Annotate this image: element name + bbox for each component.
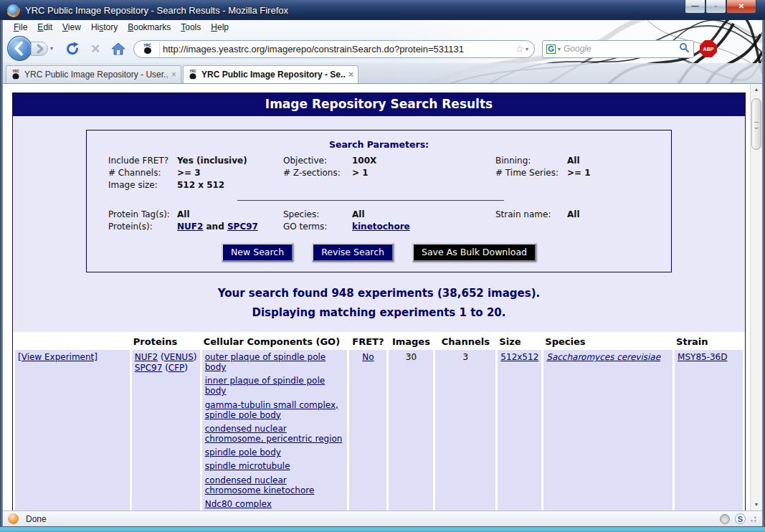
param-label: Image size:: [108, 180, 177, 190]
history-dropdown-icon[interactable]: ▾: [50, 45, 53, 52]
param-value-link[interactable]: NUF2: [177, 222, 203, 232]
reload-icon[interactable]: [63, 39, 82, 58]
stop-icon[interactable]: ✕: [86, 39, 105, 58]
param-label: GO terms:: [283, 222, 352, 232]
fox-status-icon: [8, 513, 19, 524]
go-term-link[interactable]: spindle pole body: [205, 447, 281, 457]
param-value-link[interactable]: kinetochore: [352, 222, 410, 232]
strain-link[interactable]: MSY85-36D: [678, 352, 727, 362]
window-title: YRC Public Image Repository - Search Res…: [25, 5, 288, 16]
column-header-view: [15, 336, 130, 348]
table-row: [View Experiment]NUF2 (VENUS)SPC97 (CFP)…: [15, 350, 743, 510]
close-button[interactable]: ✕: [726, 0, 756, 14]
content-viewport: Image Repository Search Results Search P…: [3, 83, 762, 510]
menu-help[interactable]: Help: [206, 21, 234, 34]
window-frame-left: [0, 20, 3, 526]
menu-history[interactable]: History: [86, 21, 123, 34]
view-experiment-cell: [View Experiment]: [15, 350, 130, 510]
yrc-favicon: YRC: [143, 44, 153, 54]
results-count-text: Your search found 948 experiments (38,65…: [13, 287, 745, 300]
go-term-entry: condensed nuclear chromosome, pericentri…: [205, 424, 345, 444]
status-text: Done: [26, 514, 47, 524]
proteins-cell: NUF2 (VENUS)SPC97 (CFP): [132, 350, 200, 510]
protein-link[interactable]: NUF2: [135, 352, 158, 362]
components-cell: outer plaque of spindle pole bodyinner p…: [202, 350, 348, 510]
column-header-Images: Images: [389, 336, 433, 348]
protein-link[interactable]: SPC97: [135, 363, 163, 373]
menu-tools[interactable]: Tools: [176, 21, 206, 34]
google-engine-icon[interactable]: G: [546, 44, 556, 54]
protein-tag-link[interactable]: VENUS: [164, 352, 194, 362]
vertical-scrollbar[interactable]: ▲ ▼: [750, 84, 762, 510]
param-value: Yes (inclusive): [177, 156, 283, 166]
bookmark-star-icon[interactable]: ☆: [515, 43, 524, 54]
scroll-up-arrow[interactable]: ▲: [751, 84, 762, 95]
go-term-entry: spindle pole body: [205, 447, 345, 457]
tab-2[interactable]: YRCYRC Public Image Repository - Se...×: [183, 65, 358, 83]
go-term-link[interactable]: inner plaque of spindle pole body: [205, 376, 325, 396]
url-input[interactable]: [160, 44, 515, 54]
param-value: NUF2 and SPC97: [177, 222, 283, 232]
results-range-text: Displaying matching experiments 1 to 20.: [13, 306, 745, 319]
save-as-bulk-download-button[interactable]: Save As Bulk Download: [412, 243, 536, 262]
scroll-down-arrow[interactable]: ▼: [751, 499, 762, 510]
parameters-divider: [237, 200, 504, 201]
go-term-link[interactable]: gamma-tubulin small complex, spindle pol…: [205, 400, 338, 420]
menu-view[interactable]: View: [57, 21, 86, 34]
site-identity-button[interactable]: YRC: [136, 42, 160, 57]
fret-link[interactable]: No: [362, 352, 374, 362]
param-label: [495, 180, 567, 190]
search-input[interactable]: [564, 44, 679, 54]
go-term-link[interactable]: outer plaque of spindle pole body: [205, 352, 326, 372]
tab-close-icon[interactable]: ×: [348, 70, 353, 80]
view-experiment-link[interactable]: [View Experiment]: [18, 352, 98, 362]
param-value: [352, 180, 495, 190]
param-label: Include FRET?: [108, 156, 177, 166]
s-addon-icon[interactable]: S: [735, 513, 746, 524]
menu-bookmarks[interactable]: Bookmarks: [123, 21, 176, 34]
go-term-entry: condensed nuclear chromosome kinetochore: [205, 475, 345, 495]
greasemonkey-icon[interactable]: [720, 514, 730, 524]
go-term-link[interactable]: condensed nuclear chromosome kinetochore: [205, 475, 315, 495]
new-search-button[interactable]: New Search: [222, 243, 293, 262]
param-value: >= 3: [177, 168, 283, 178]
column-header-FRET?: FRET?: [349, 336, 386, 348]
minimize-button[interactable]: —: [685, 0, 705, 14]
param-value: All: [352, 209, 495, 219]
protein-tag-link[interactable]: CFP: [168, 363, 185, 373]
species-cell: Saccharomyces cerevisiae: [543, 350, 673, 510]
search-parameters-box: Search Parameters: Include FRET?Yes (inc…: [86, 130, 672, 272]
scrollbar-thumb[interactable]: [751, 98, 761, 150]
search-parameters-title: Search Parameters:: [97, 139, 661, 150]
forward-button[interactable]: [31, 42, 48, 56]
param-label: Protein Tag(s):: [108, 209, 177, 219]
revise-search-button[interactable]: Revise Search: [312, 243, 394, 262]
search-parameters-bottom: Protein Tag(s):AllSpecies:AllStrain name…: [97, 209, 661, 232]
back-button[interactable]: [7, 36, 32, 61]
menu-edit[interactable]: Edit: [32, 21, 57, 34]
species-link[interactable]: Saccharomyces cerevisiae: [546, 352, 660, 362]
url-dropdown-icon[interactable]: ▾: [526, 46, 528, 52]
param-value: [567, 222, 661, 232]
search-engine-dropdown-icon[interactable]: ▾: [558, 46, 561, 52]
go-term-link[interactable]: spindle microtubule: [205, 461, 290, 471]
param-value-link[interactable]: SPC97: [227, 222, 258, 232]
resize-grip[interactable]: [751, 516, 756, 522]
adblock-plus-icon[interactable]: ABP: [700, 40, 717, 57]
menu-file[interactable]: File: [9, 21, 32, 34]
param-value: All: [177, 209, 283, 219]
param-value: All: [567, 209, 661, 219]
go-term-link[interactable]: Ndc80 complex: [205, 499, 272, 509]
strain-cell: MSY85-36D: [675, 350, 743, 510]
url-bar: YRC ☆ ▾: [133, 40, 535, 58]
size-link[interactable]: 512x512: [500, 352, 538, 362]
search-go-icon[interactable]: [679, 42, 689, 55]
search-actions: New SearchRevise SearchSave As Bulk Down…: [97, 243, 661, 262]
search-parameters-top: Include FRET?Yes (inclusive)Objective:10…: [97, 156, 661, 190]
home-icon[interactable]: [109, 39, 128, 58]
go-term-link[interactable]: condensed nuclear chromosome, pericentri…: [205, 424, 343, 444]
param-label: [283, 180, 352, 190]
maximize-button[interactable]: ▫: [705, 0, 726, 14]
tab-close-icon[interactable]: ×: [171, 70, 176, 80]
tab-1[interactable]: YRCYRC Public Image Repository - User...…: [6, 65, 181, 83]
